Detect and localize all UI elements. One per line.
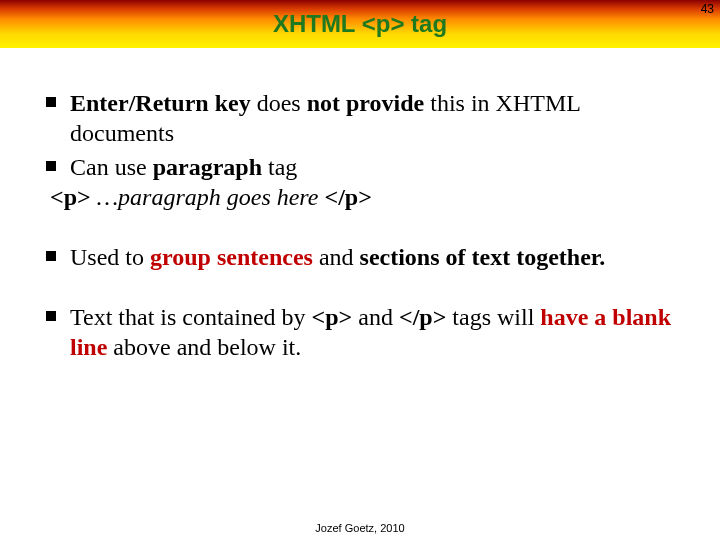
footer-credit: Jozef Goetz, 2010 — [0, 522, 720, 534]
slide-title: XHTML <p> tag — [273, 10, 447, 38]
bullet-item: Used to group sentences and sections of … — [40, 242, 680, 272]
text-bold-red: group sentences — [150, 244, 313, 270]
text: above and below it. — [107, 334, 301, 360]
text: tags will — [446, 304, 540, 330]
text-bold: </p> — [399, 304, 446, 330]
text-bold: <p> — [50, 184, 91, 210]
text: and — [352, 304, 399, 330]
bullet-item: Enter/Return key does not provide this i… — [40, 88, 680, 148]
bullet-group-2: Used to group sentences and sections of … — [40, 242, 680, 272]
text-bold: paragraph — [153, 154, 262, 180]
bullet-item: Can use paragraph tag — [40, 152, 680, 182]
slide-content: Enter/Return key does not provide this i… — [0, 48, 720, 362]
text-italic: …paragraph goes here — [91, 184, 325, 210]
page-number: 43 — [701, 2, 714, 16]
text-bold: </p> — [324, 184, 371, 210]
text-bold: <p> — [312, 304, 353, 330]
text: Text that is contained by — [70, 304, 312, 330]
text: and — [313, 244, 360, 270]
bullet-group-3: Text that is contained by <p> and </p> t… — [40, 302, 680, 362]
bullet-group-1: Enter/Return key does not provide this i… — [40, 88, 680, 182]
text: Can use — [70, 154, 153, 180]
text-bold: not provide — [307, 90, 425, 116]
text: Used to — [70, 244, 150, 270]
bullet-item: Text that is contained by <p> and </p> t… — [40, 302, 680, 362]
text: does — [251, 90, 307, 116]
text: tag — [262, 154, 297, 180]
code-line: <p> …paragraph goes here </p> — [40, 182, 680, 212]
text-bold: sections of text together. — [360, 244, 606, 270]
text-bold: Enter/Return key — [70, 90, 251, 116]
title-band: XHTML <p> tag — [0, 0, 720, 48]
